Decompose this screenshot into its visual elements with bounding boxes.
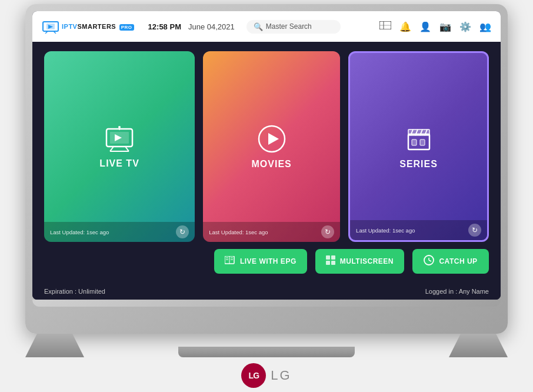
grid-icon: [326, 255, 335, 267]
users-icon[interactable]: 👥: [479, 21, 491, 32]
svg-rect-18: [408, 134, 429, 150]
catch-up-button[interactable]: CATCH UP: [412, 249, 489, 274]
card-live-tv-title: LIVE TV: [99, 158, 139, 169]
tv-stand: [25, 334, 508, 357]
header-date: June 04,2021: [188, 22, 235, 31]
card-movies-refresh[interactable]: ↻: [321, 225, 334, 238]
lg-text: LG: [271, 368, 291, 383]
lg-circle-icon: LG: [241, 363, 266, 388]
logo-tv-icon: [42, 19, 59, 34]
tv-stand-right: [449, 334, 508, 357]
gear-icon[interactable]: ⚙️: [459, 21, 471, 32]
multiscreen-button[interactable]: MULTISCREEN: [315, 249, 404, 274]
app-logo: IPTVSMARTERS PRO: [42, 19, 134, 34]
card-series-title: SERIES: [399, 159, 438, 170]
header-icons: 🔔 👤 📷 ⚙️ 👥: [379, 21, 491, 32]
search-label: Master Search: [266, 22, 312, 31]
card-movies-title: MOVIES: [252, 159, 292, 170]
multiscreen-label: MULTISCREEN: [340, 257, 394, 265]
card-live-tv-refresh[interactable]: ↻: [176, 225, 189, 238]
book-icon: [225, 256, 235, 267]
svg-rect-32: [326, 255, 330, 260]
card-live-tv-updated: Last Updated: 1sec ago: [50, 229, 109, 235]
search-icon: 🔍: [254, 22, 263, 31]
card-movies-updated: Last Updated: 1sec ago: [209, 229, 268, 235]
logo-pro: PRO: [119, 24, 134, 31]
tv-frame: IPTVSMARTERS PRO 12:58 PM June 04,2021 🔍…: [25, 4, 508, 334]
header-time: 12:58 PM: [148, 22, 181, 31]
bell-icon[interactable]: 🔔: [399, 21, 411, 32]
catch-up-label: CATCH UP: [439, 257, 477, 265]
expiration-text: Expiration : Unlimited: [44, 288, 105, 295]
svg-rect-34: [326, 261, 330, 265]
header-bar: IPTVSMARTERS PRO 12:58 PM June 04,2021 🔍…: [32, 11, 501, 42]
svg-marker-17: [268, 133, 279, 145]
logo-iptv: IPTV: [62, 23, 77, 30]
svg-rect-33: [331, 255, 335, 260]
logo-smarters: SMARTERS: [77, 23, 116, 30]
clapper-icon: [404, 124, 434, 154]
footer-bar: Expiration : Unlimited Logged in : Any N…: [32, 283, 501, 300]
live-epg-button[interactable]: LIVE WITH EPG: [214, 249, 307, 274]
card-series-footer: Last Updated: 1sec ago ↻: [350, 220, 487, 240]
svg-rect-25: [420, 139, 425, 145]
lg-logo: LG LG: [241, 363, 291, 388]
main-content: LIVE TV Last Updated: 1sec ago ↻ MOVIES …: [32, 42, 501, 283]
svg-rect-24: [412, 139, 417, 145]
card-movies-footer: Last Updated: 1sec ago ↻: [203, 222, 340, 242]
svg-point-14: [118, 126, 121, 128]
card-live-tv-footer: Last Updated: 1sec ago ↻: [44, 222, 195, 242]
movie-play-icon: [256, 124, 287, 154]
camera-icon[interactable]: 📷: [439, 21, 451, 32]
tv-screen: IPTVSMARTERS PRO 12:58 PM June 04,2021 🔍…: [32, 11, 501, 300]
live-tv-card-icon: [102, 124, 137, 154]
card-series-updated: Last Updated: 1sec ago: [356, 227, 415, 234]
tv-stand-base: [178, 347, 355, 357]
clock-icon: [424, 255, 434, 268]
tv-channel-icon[interactable]: [379, 21, 391, 32]
live-epg-label: LIVE WITH EPG: [240, 257, 297, 265]
card-live-tv[interactable]: LIVE TV Last Updated: 1sec ago ↻: [44, 51, 195, 242]
card-series[interactable]: SERIES Last Updated: 1sec ago ↻: [348, 51, 489, 242]
tv-stand-left: [25, 334, 84, 357]
actions-row: LIVE WITH EPG MULTISCREEN CATCH UP: [44, 249, 489, 274]
card-movies[interactable]: MOVIES Last Updated: 1sec ago ↻: [203, 51, 340, 242]
svg-line-38: [429, 260, 431, 261]
search-area[interactable]: 🔍 Master Search: [246, 20, 341, 34]
svg-rect-35: [331, 261, 335, 265]
logged-in-text: Logged in : Any Name: [425, 288, 489, 295]
cards-row: LIVE TV Last Updated: 1sec ago ↻ MOVIES …: [44, 51, 489, 242]
card-series-refresh[interactable]: ↻: [468, 224, 481, 237]
user-icon[interactable]: 👤: [419, 21, 431, 32]
